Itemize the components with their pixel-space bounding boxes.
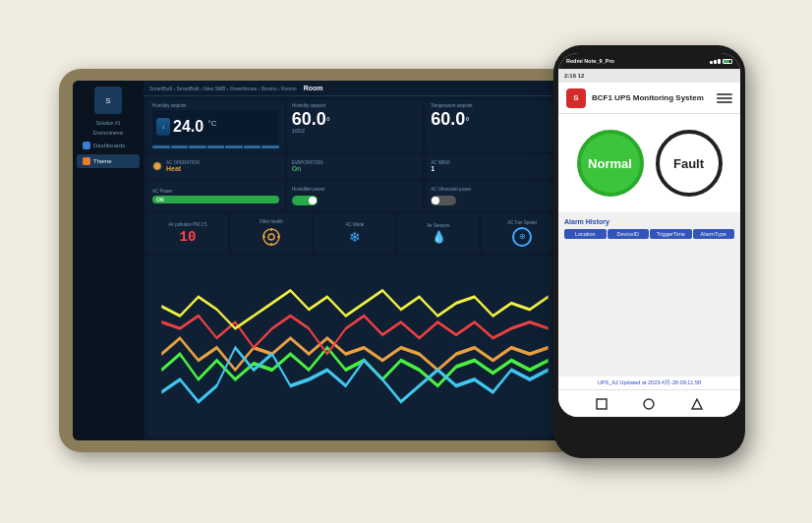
update-text: UPS_A2 Updated at 2023-4月-28 09:11:58 [558, 377, 740, 389]
humidifier-power-widget: Humidifier power [287, 181, 424, 210]
status-row: Air pollution PM 2.5 10 Filter health [147, 213, 562, 253]
home-button[interactable] [642, 397, 656, 411]
fault-label: Fault [673, 156, 704, 171]
phone-footer-nav [558, 389, 740, 417]
ac-mode-label: AC Mode [346, 222, 365, 227]
temperature-display: 🌡 24.0 °C [152, 110, 279, 144]
phone-app-header: S BCF1 UPS Monitoring System [558, 83, 740, 114]
phone-device: Redmi Note_9_Pro 2:16 12 S BCF1 UPS Moni [553, 45, 745, 458]
app-logo-icon: S [566, 88, 586, 108]
alarm-col-alarmtype: AlarmType [693, 229, 735, 239]
sidebar-logo: S [94, 87, 122, 114]
filter-health-widget: Filter health [231, 213, 312, 253]
air-sensors-label: Air Sensors [427, 223, 449, 228]
back-icon [596, 398, 608, 410]
sensor-row: Humidity setpoint 🌡 24.0 °C [147, 100, 562, 151]
svg-point-0 [263, 229, 279, 245]
chart-widget [147, 256, 562, 436]
phone-model: Redmi Note_9_Pro [566, 58, 614, 64]
air-pollution-label: Air pollution PM 2.5 [168, 222, 206, 227]
dashboard: Humidity setpoint 🌡 24.0 °C [144, 96, 566, 440]
topbar: SmartBuilt › SmartBuilt › New SMB › Gree… [144, 81, 566, 96]
ac-power-label: AC Power [152, 189, 279, 194]
ac-mode-icon: ❄ [349, 229, 361, 245]
chart-svg [152, 259, 557, 434]
main-content: SmartBuilt › SmartBuilt › New SMB › Gree… [144, 81, 566, 440]
gear-icon [261, 226, 282, 248]
sidebar-item-dashboards[interactable]: Dashboards [77, 139, 140, 152]
alarm-col-location: Location [564, 229, 607, 239]
temperature-label: Humidity setpoint [152, 103, 279, 108]
sidebar-env-label: Environments [93, 130, 124, 136]
sidebar-dashboards-label: Dashboards [93, 143, 125, 148]
back-button[interactable] [595, 397, 609, 411]
svg-marker-8 [692, 399, 702, 409]
sidebar-item-theme[interactable]: Theme [77, 154, 140, 168]
evaporation-widget: EVAPORATION On [287, 154, 424, 178]
sidebar-theme-label: Theme [93, 158, 112, 164]
alarm-table-header: Location DeviceID TriggerTime AlarmType [564, 229, 734, 239]
fan-icon: ⊕ [512, 227, 532, 247]
thermometer-icon: 🌡 [156, 118, 170, 136]
humidity-wave-lines [152, 145, 279, 148]
pressure-value: 1002 [292, 128, 419, 134]
sun-icon [152, 161, 162, 171]
temp-setpoint-value-group: 60.0° [431, 110, 557, 128]
ac-power-toggle[interactable]: ON [152, 196, 279, 203]
temperature-setpoint-widget: Temperature setpoint 60.0° [426, 100, 562, 151]
temp-setpoint-value: 60.0° [431, 110, 557, 128]
fault-status-circle[interactable]: Fault [656, 130, 723, 197]
battery-fill [724, 60, 729, 63]
breadcrumb: SmartBuilt › SmartBuilt › New SMB › Gree… [149, 86, 297, 91]
phone-status-icons [710, 59, 732, 64]
phone-notification-bar: 2:16 12 [558, 69, 740, 83]
normal-status-circle[interactable]: Normal [577, 130, 644, 197]
svg-point-7 [644, 399, 654, 409]
tablet-screen: S Solution #1 Environments Dashboards Th… [73, 81, 566, 440]
alarm-col-deviceid: DeviceID [608, 229, 650, 239]
home-icon [643, 398, 655, 410]
ac-wind-widget: AC WIND 1 [426, 154, 562, 178]
theme-icon [83, 157, 90, 165]
humidifier-label: Humidifier power [292, 187, 419, 192]
ac-operation-widget: AC OPERATION Heat [147, 154, 284, 178]
temp-value-group: 24.0 °C [173, 118, 217, 136]
battery-icon [723, 59, 732, 64]
ac-uv-toggle[interactable] [431, 196, 456, 205]
evaporation-value: On [292, 165, 323, 172]
ac-mode-widget: AC Mode ❄ [315, 213, 395, 253]
status-circles-section: Normal Fault [558, 114, 740, 212]
alarm-col-triggertime: TriggerTime [650, 229, 692, 239]
ac-operation-value: Heat [166, 165, 200, 172]
operation-row: AC OPERATION Heat EVAPORATION On AC WIND [147, 154, 562, 178]
phone-time: 2:16 12 [564, 73, 584, 79]
alarm-rows [564, 241, 734, 290]
humidity-label: Humidity setpoint [292, 103, 419, 108]
signal-bars [710, 59, 721, 64]
app-title: BCF1 UPS Monitoring System [592, 93, 717, 102]
humidity-big-value: 60.0° [292, 110, 419, 128]
temperature-unit: °C [208, 119, 217, 128]
temperature-widget: Humidity setpoint 🌡 24.0 °C [147, 100, 284, 151]
sidebar-solution-label: Solution #1 [95, 120, 120, 126]
page-title: Room [304, 85, 323, 91]
alarm-history-section: Alarm History Location DeviceID TriggerT… [558, 212, 740, 377]
recents-button[interactable] [690, 397, 704, 411]
alarm-history-title: Alarm History [564, 218, 734, 225]
air-sensors-widget: Air Sensors 💧 [398, 213, 479, 253]
dashboards-icon [83, 142, 90, 149]
temperature-value: 24.0 [173, 118, 203, 135]
hamburger-menu-icon[interactable] [717, 93, 732, 103]
humidity-value-group: 60.0° 1002 [292, 110, 419, 134]
svg-point-1 [268, 234, 274, 240]
svg-rect-6 [597, 399, 607, 409]
filter-health-label: Filter health [260, 219, 283, 224]
ac-uv-label: AC Ultraviolet power [431, 187, 557, 192]
fan-speed-label: AC Fan Speed [507, 220, 537, 225]
temp-setpoint-label: Temperature setpoint [431, 103, 557, 108]
ac-wind-value: 1 [431, 165, 450, 172]
recents-icon [691, 398, 703, 410]
humidifier-toggle[interactable] [292, 196, 318, 205]
humidity-widget: Humidity setpoint 60.0° 1002 [287, 100, 424, 151]
normal-label: Normal [588, 156, 632, 171]
